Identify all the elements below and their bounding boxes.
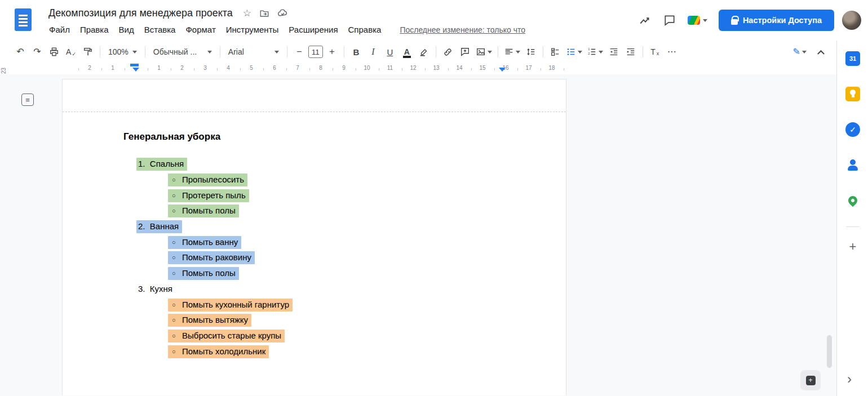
ruler-tick [471, 68, 472, 70]
doc-heading[interactable]: Генеральная уборка [123, 131, 220, 143]
styles-select[interactable]: Обычный ... [149, 44, 216, 60]
ruler-number: 3 [203, 65, 207, 71]
meet-camera-icon [688, 16, 700, 25]
increase-indent-button[interactable] [623, 44, 639, 60]
menu-item[interactable]: Формат [180, 23, 220, 36]
hollow-bullet-icon: ○ [170, 252, 182, 263]
ruler-number: 1 [111, 65, 114, 71]
clear-formatting-button[interactable]: Tx [647, 44, 663, 60]
header-margin-line [63, 112, 566, 112]
bold-button[interactable]: B [348, 44, 364, 60]
list-bullet-line[interactable]: ○Протереть пыль [63, 188, 566, 203]
companion-button[interactable]: + [800, 370, 821, 390]
menu-item[interactable]: Инструменты [221, 23, 284, 36]
ruler-number: 4 [227, 65, 230, 71]
list-bullet-line[interactable]: ○Помыть вытяжку [63, 313, 566, 328]
list-number-line[interactable]: 1. Спальня [63, 157, 566, 172]
menu-item[interactable]: Справка [343, 23, 387, 36]
document-outline-icon[interactable]: ≡ [21, 94, 34, 106]
list-bullet-line[interactable]: ○Помыть холодильник [63, 344, 566, 359]
undo-button[interactable]: ↶ [12, 44, 28, 60]
list-number-line[interactable]: 3. Кухня [63, 282, 566, 297]
meet-button[interactable] [682, 12, 713, 28]
font-size-field[interactable]: 11 [308, 46, 323, 58]
align-button[interactable] [502, 44, 522, 60]
redo-button[interactable]: ↷ [29, 44, 45, 60]
horizontal-ruler: 21123456789101112131415161718 [0, 63, 836, 74]
comments-icon[interactable] [657, 8, 682, 33]
star-icon[interactable]: ☆ [243, 7, 251, 19]
document-title[interactable]: Декомпозиция для менеджера проекта [46, 6, 235, 20]
list-bullet-line[interactable]: ○Помыть полы [63, 266, 566, 282]
italic-button[interactable]: I [365, 44, 381, 60]
move-to-folder-icon[interactable] [259, 8, 269, 19]
hollow-bullet-icon: ○ [170, 174, 182, 185]
share-button[interactable]: Настройки Доступа [719, 10, 834, 31]
hollow-bullet-icon: ○ [170, 299, 182, 310]
toolbar: ↶ ↷ A✓ 100% Обычный ... Arial − 11 + B I… [0, 41, 868, 63]
ruler-tick [194, 68, 194, 70]
list-bullet-line[interactable]: ○Пропылесосить [63, 172, 566, 188]
svg-text:1: 1 [588, 47, 590, 51]
add-comment-button[interactable] [457, 44, 473, 60]
cloud-status-icon[interactable] [277, 8, 288, 19]
zoom-select[interactable]: 100% [104, 44, 141, 60]
list-bullet-line[interactable]: ○Выбросить старые крупы [63, 328, 566, 344]
last-edit-link[interactable]: Последнее изменение: только что [400, 25, 525, 34]
menu-item[interactable]: Вставка [139, 23, 181, 36]
checklist-button[interactable] [547, 44, 563, 60]
paint-format-button[interactable] [80, 44, 96, 60]
menu-item[interactable]: Расширения [284, 23, 343, 36]
document-page[interactable]: Генеральная уборка 1. Спальня○Пропылесос… [62, 79, 566, 395]
menu-item[interactable]: Файл [44, 23, 75, 36]
left-indent-marker[interactable] [132, 68, 139, 72]
tasks-icon[interactable]: ✓ [845, 122, 861, 137]
vertical-scrollbar[interactable] [827, 335, 832, 368]
ruler-number: 1 [157, 65, 161, 71]
right-indent-marker[interactable] [499, 68, 506, 72]
keep-icon[interactable] [845, 86, 861, 102]
highlight-color-button[interactable] [416, 44, 432, 60]
font-select[interactable]: Arial [224, 44, 283, 60]
maps-icon[interactable] [845, 193, 861, 208]
print-button[interactable] [46, 44, 62, 60]
menu-item[interactable]: Правка [75, 23, 114, 36]
text-color-button[interactable]: A [399, 44, 415, 60]
google-docs-logo-icon[interactable] [15, 8, 32, 31]
editing-mode-button[interactable]: ✎ [791, 44, 808, 60]
decrease-font-button[interactable]: − [291, 44, 307, 60]
hide-panel-button[interactable]: › [847, 371, 852, 387]
list-bullet-line[interactable]: ○Помыть ванну [63, 234, 566, 250]
avatar[interactable] [842, 11, 861, 30]
doc-lines[interactable]: 1. Спальня○Пропылесосить○Протереть пыль○… [63, 157, 566, 359]
ruler-tick [564, 68, 564, 70]
ruler-tick [263, 68, 264, 70]
more-options-button[interactable]: ⋯ [664, 44, 680, 60]
contacts-icon[interactable] [845, 157, 861, 173]
calendar-icon[interactable]: 31 [845, 51, 861, 66]
activity-dashboard-icon[interactable] [632, 8, 657, 33]
list-bullet-line[interactable]: ○Помыть полы [63, 203, 566, 219]
list-bullet-line[interactable]: ○Помыть раковину [63, 250, 566, 266]
ruler-tick [78, 68, 79, 70]
collapse-toolbar-button[interactable] [813, 44, 829, 60]
menu-item[interactable]: Вид [114, 23, 139, 36]
spell-check-button[interactable]: A✓ [63, 44, 79, 60]
numbered-list-button[interactable]: 12 [585, 44, 605, 60]
hollow-bullet-icon: ○ [170, 205, 182, 216]
line-spacing-button[interactable] [523, 44, 539, 60]
ruler-tick [240, 68, 241, 70]
ruler-tick [171, 68, 171, 70]
first-line-indent-marker[interactable] [130, 64, 139, 66]
bullet-list-button[interactable] [564, 44, 584, 60]
increase-font-button[interactable]: + [324, 44, 340, 60]
list-bullet-line[interactable]: ○Помыть кухонный гарнитур [63, 297, 566, 313]
add-addon-button[interactable]: + [845, 239, 861, 255]
underline-button[interactable]: U [382, 44, 398, 60]
insert-link-button[interactable] [440, 44, 456, 60]
ruler-number: 12 [410, 65, 416, 71]
decrease-indent-button[interactable] [606, 44, 622, 60]
list-number-line[interactable]: 2. Ванная [63, 219, 566, 235]
ruler-tick [494, 68, 495, 70]
insert-image-button[interactable] [474, 44, 494, 60]
